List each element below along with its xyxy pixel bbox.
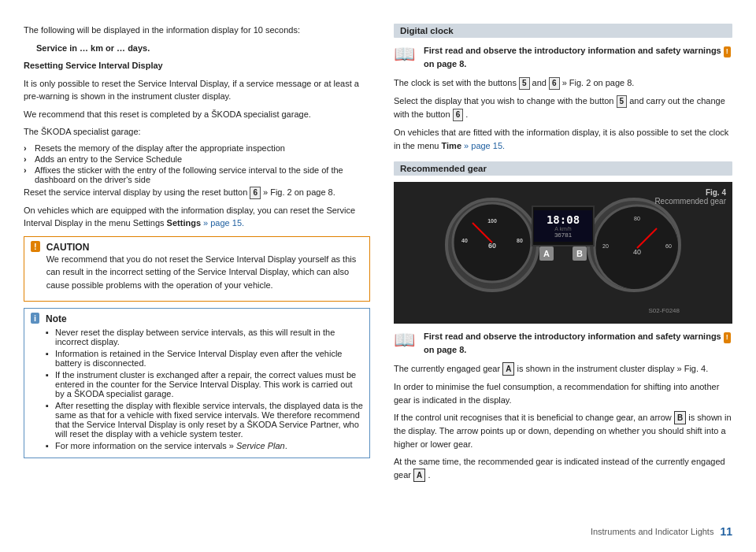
page-number: 11	[720, 525, 732, 538]
note-item-1-text: Never reset the display between service …	[55, 328, 363, 346]
arrow-item-1-text: Resets the memory of the display after t…	[35, 143, 285, 153]
arrow-item-2: › Adds an entry to the Service Schedule	[24, 154, 370, 164]
clock-p3: On vehicles that are fitted with the inf…	[394, 126, 732, 152]
bullet-2: ▪	[46, 349, 52, 368]
note-items: ▪ Never reset the display between servic…	[46, 328, 363, 450]
left-gauge: 60 40 80 100	[445, 198, 539, 292]
fig-label-container: Fig. 4 Recommended gear	[654, 188, 726, 206]
gear-label-b: B	[674, 411, 686, 424]
display-screen: 18:08 A km/h 36781	[534, 210, 592, 242]
caution-icon-wrapper: !	[31, 242, 40, 251]
resetting-p1: It is only possible to reset the Service…	[24, 77, 370, 103]
label-b: B	[573, 246, 587, 261]
clock-change-btn-6: 6	[453, 109, 464, 121]
page-footer: Instruments and Indicator Lights 11	[591, 525, 732, 538]
svg-text:20: 20	[602, 243, 609, 249]
intro-text: The following will be displayed in the i…	[24, 24, 370, 37]
svg-text:60: 60	[665, 243, 672, 249]
gear-p3: If the control unit recognises that it i…	[394, 411, 732, 450]
footer-text: Instruments and Indicator Lights	[591, 527, 714, 536]
service-line: Service in … km or … days.	[36, 42, 370, 55]
note-content: Note ▪ Never reset the display between s…	[46, 313, 363, 453]
bullet-5: ▪	[46, 441, 52, 450]
rec-gear-warn-icon: !	[724, 332, 731, 343]
arrow-item-3: › Affixes the sticker with the entry of …	[24, 165, 370, 184]
gear-p4: At the same time, the recommended gear i…	[394, 455, 732, 482]
note-item-2: ▪ Information is retained in the Service…	[46, 349, 363, 368]
caution-title: CAUTION	[46, 242, 363, 253]
caution-icon: !	[31, 241, 40, 252]
recommended-gear-warning: 📖 First read and observe the introductor…	[394, 330, 732, 356]
left-gauge-display: 60 40 80 100	[449, 199, 536, 291]
settings-link: » page 15.	[201, 218, 244, 228]
reset-btn-6: 6	[250, 187, 261, 199]
note-item-1: ▪ Never reset the display between servic…	[46, 328, 363, 346]
arrow-icon-2: ›	[24, 154, 32, 164]
clock-menu-time: Time	[442, 141, 461, 150]
fig-number: Fig. 4	[654, 188, 726, 197]
display-odo: 36781	[536, 232, 591, 239]
arrow-items: › Resets the memory of the display after…	[24, 143, 370, 184]
caution-box: ! CAUTION We recommend that you do not r…	[24, 236, 370, 302]
resetting-p2: We recommend that this reset is complete…	[24, 108, 370, 121]
svg-text:100: 100	[487, 218, 497, 224]
specialist-intro: The ŠKODA specialist garage:	[24, 125, 370, 139]
clock-p2: Select the display that you wish to chan…	[394, 94, 732, 121]
fig-sublabel: Recommended gear	[654, 197, 726, 206]
bullet-1: ▪	[46, 328, 52, 346]
arrow-icon-3: ›	[24, 165, 32, 184]
rec-gear-warning-text: First read and observe the introductory …	[424, 330, 732, 356]
instrument-cluster-figure: 60 40 80 100 40 20 60	[394, 182, 732, 324]
digital-clock-warning: 📖 First read and observe the introductor…	[394, 44, 732, 70]
clock-btn-6: 6	[549, 77, 560, 90]
vehicles-settings-p: On vehicles which are equipped with the …	[24, 204, 370, 230]
note-item-3-text: If the instrument cluster is exchanged a…	[55, 370, 363, 398]
reset-prefix: Reset the service interval display by us…	[24, 187, 247, 197]
display-unit: A km/h	[536, 226, 591, 232]
book-icon-2: 📖	[394, 330, 417, 350]
book-icon-1: 📖	[394, 44, 417, 65]
resetting-title: Resetting Service Interval Display	[24, 59, 370, 72]
note-item-4-text: After resetting the display with flexibl…	[55, 401, 363, 439]
clock-select-btn-5: 5	[617, 95, 628, 108]
gear-label-a-1: A	[502, 362, 514, 376]
svg-text:40: 40	[633, 248, 641, 256]
right-gauge-svg: 40 20 60 80	[590, 201, 681, 292]
reset-suffix: » Fig. 2 on page 8.	[263, 187, 335, 197]
svg-text:40: 40	[461, 238, 468, 243]
arrow-icon-1: ›	[24, 143, 32, 153]
clock-time-link: » page 15.	[464, 141, 505, 150]
gear-label-a-2: A	[413, 469, 425, 482]
note-item-4: ▪ After resetting the display with flexi…	[46, 401, 363, 439]
svg-text:80: 80	[517, 238, 523, 243]
arrow-item-3-text: Affixes the sticker with the entry of th…	[35, 165, 370, 184]
caution-content: CAUTION We recommend that you do not res…	[46, 242, 363, 297]
bullet-4: ▪	[46, 401, 52, 439]
gear-p1: The currently engaged gear A is shown in…	[394, 362, 732, 376]
settings-bold: Settings	[167, 218, 201, 228]
cluster-illustration: 60 40 80 100 40 20 60	[445, 190, 681, 316]
bullet-3: ▪	[46, 370, 52, 398]
label-a: A	[539, 246, 554, 261]
note-box: i Note ▪ Never reset the display between…	[24, 308, 370, 458]
recommended-gear-section-title: Recommended gear	[394, 161, 732, 176]
arrow-item-1: › Resets the memory of the display after…	[24, 143, 370, 153]
arrow-item-2-text: Adds an entry to the Service Schedule	[35, 154, 182, 164]
note-title: Note	[46, 313, 363, 324]
clock-p1: The clock is set with the buttons 5 and …	[394, 76, 732, 90]
right-column: Digital clock 📖 First read and observe t…	[394, 24, 732, 487]
clock-btn-5: 5	[519, 77, 530, 90]
note-icon: i	[31, 313, 39, 324]
note-item-3: ▪ If the instrument cluster is exchanged…	[46, 370, 363, 398]
svg-text:80: 80	[634, 216, 640, 221]
fig-image-id: S02-F0248	[648, 307, 680, 314]
digital-clock-warn-icon: !	[724, 46, 731, 57]
left-gauge-svg: 60 40 80 100	[449, 199, 536, 286]
caution-text: We recommend that you do not reset the S…	[46, 253, 363, 292]
display-time: 18:08	[536, 213, 591, 226]
left-column: The following will be displayed in the i…	[24, 24, 370, 487]
svg-text:60: 60	[488, 242, 496, 250]
gear-p2: In order to minimise the fuel consumptio…	[394, 380, 732, 406]
center-display: 18:08 A km/h 36781 A B	[532, 206, 595, 246]
digital-clock-warning-text: First read and observe the introductory …	[424, 44, 732, 70]
